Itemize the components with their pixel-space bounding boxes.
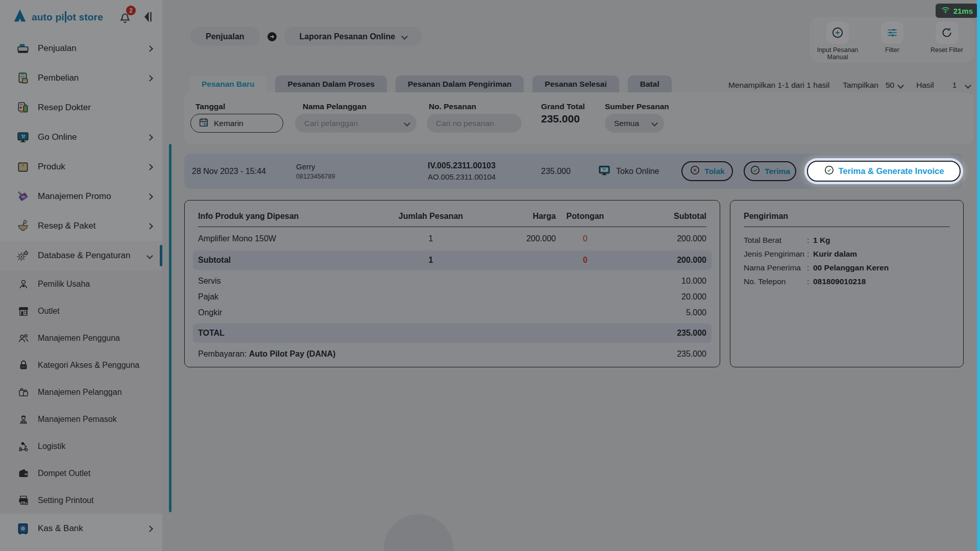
- terima-button[interactable]: Terima: [744, 161, 796, 181]
- sidebar-subitem-outlet[interactable]: Outlet: [0, 297, 162, 324]
- order-row[interactable]: 28 Nov 2023 - 15:44 Gerry 08123456789 IV…: [184, 154, 963, 189]
- shipping-row-telepon: No. Telepon : 081809010218: [744, 274, 950, 288]
- sidebar-item-label: Pembelian: [38, 73, 79, 83]
- tab-pesanan-baru[interactable]: Pesanan Baru: [189, 76, 266, 92]
- colon: :: [807, 236, 813, 245]
- order-datetime: 28 Nov 2023 - 15:44: [192, 154, 266, 189]
- shipping-row-penerima: Nama Penerima : 00 Pelanggan Keren: [744, 261, 950, 274]
- tab-pesanan-dalam-pengiriman[interactable]: Pesanan Dalam Pengiriman: [396, 76, 524, 92]
- sidebar-item-pembelian[interactable]: Pembelian: [0, 63, 162, 93]
- shipping-label: No. Telepon: [744, 277, 807, 286]
- input-pesanan-manual-button[interactable]: Input Pesanan Manual: [811, 21, 864, 63]
- table-row-ongkir: Ongkir 5.000: [198, 305, 706, 320]
- filter-panel: Tanggal Kemarin Nama Pelanggan Cari pela…: [184, 92, 974, 144]
- sidebar-subitem-manajemen-pengguna[interactable]: Manajemen Pengguna: [0, 324, 162, 352]
- sidebar-item-go-online[interactable]: Go Online: [0, 122, 162, 152]
- shipping-rows: Total Berat : 1 Kg Jenis Pengiriman : Ku…: [744, 233, 950, 288]
- terima-generate-invoice-label: Terima & Generate Invoice: [839, 166, 944, 176]
- table-row-pajak: Pajak 20.000: [198, 289, 706, 305]
- sidebar-subitem-manajemen-pelanggan[interactable]: Manajemen Pelanggan: [0, 379, 162, 406]
- breadcrumb-current-dropdown[interactable]: Laporan Pesanan Online: [284, 27, 423, 46]
- header-subtotal: Subtotal: [615, 212, 706, 221]
- per-page-select[interactable]: 50: [886, 81, 894, 90]
- customer-filter-label: Nama Pelanggan: [303, 102, 366, 111]
- date-filter-label: Tanggal: [195, 102, 225, 111]
- sidebar-subitem-pemilik-usaha[interactable]: Pemilik Usaha: [0, 270, 162, 297]
- reset-filter-button[interactable]: Reset Filter: [920, 21, 973, 63]
- terima-generate-invoice-button[interactable]: Terima & Generate Invoice: [807, 161, 961, 182]
- colon: :: [807, 249, 813, 259]
- page-scrollbar[interactable]: [977, 0, 980, 551]
- calendar-icon: [198, 117, 209, 130]
- latency-value: 21ms: [953, 7, 973, 15]
- fee-label: Ongkir: [198, 308, 393, 317]
- sidebar-subitem-dompet-outlet[interactable]: Dompet Outlet: [0, 460, 162, 487]
- sidebar-item-manajemen-promo[interactable]: % Manajemen Promo: [0, 182, 162, 211]
- per-page-label: Tampilkan: [843, 81, 878, 90]
- storefront-icon: [17, 305, 30, 317]
- sidebar-item-database-pengaturan[interactable]: Database & Pengaturan: [0, 241, 162, 270]
- breadcrumb-parent[interactable]: Penjualan: [190, 27, 260, 46]
- fee-label: Servis: [198, 277, 393, 286]
- sidebar-item-penjualan[interactable]: Penjualan: [0, 34, 162, 63]
- sidebar: auto piot store 2 Penjualan: [0, 0, 162, 551]
- prescription-icon: [16, 101, 30, 114]
- page-select[interactable]: 1: [952, 81, 957, 90]
- notifications-button[interactable]: 2: [117, 9, 133, 24]
- order-detail-card: Info Produk yang Dipesan Jumlah Pesanan …: [184, 200, 720, 367]
- payment-label: Pembayaran:: [198, 349, 247, 358]
- person-icon: [17, 278, 30, 290]
- filter-button[interactable]: Filter: [866, 21, 919, 63]
- logo-bar: [65, 11, 66, 22]
- chevron-right-icon: [146, 193, 153, 200]
- grand-total-label: Grand Total: [541, 102, 585, 111]
- sidebar-subitem-label: Outlet: [38, 307, 60, 316]
- breadcrumb-parent-label: Penjualan: [206, 32, 244, 41]
- product-subtotal: 200.000: [615, 234, 706, 243]
- chevron-down-icon[interactable]: [897, 82, 904, 89]
- total-label: TOTAL: [198, 329, 393, 338]
- toolbar: Input Pesanan Manual Filter Reset Filter: [810, 17, 975, 63]
- sidebar-item-produk[interactable]: Produk: [0, 152, 162, 182]
- sidebar-subitem-setting-printout[interactable]: Setting Printout: [0, 487, 162, 514]
- sidebar-item-resep-dokter[interactable]: Resep Dokter: [0, 93, 162, 122]
- sidebar-item-partial-bottom[interactable]: [0, 543, 162, 551]
- date-filter-input[interactable]: Kemarin: [190, 114, 283, 133]
- customer-filter-select[interactable]: Cari pelanggan: [295, 114, 416, 133]
- sidebar-collapse-button[interactable]: [140, 10, 154, 24]
- sidebar-header: auto piot store 2: [0, 0, 162, 27]
- customer-name: Gerry: [296, 162, 335, 171]
- sidebar-item-label: Produk: [38, 162, 65, 172]
- wifi-icon: [941, 5, 950, 17]
- sidebar-item-kas-bank[interactable]: Kas & Bank: [0, 514, 162, 543]
- sidebar-item-label: Resep & Paket: [38, 221, 95, 231]
- chevron-down-icon[interactable]: [965, 82, 971, 89]
- chevron-right-icon: [146, 134, 153, 141]
- sidebar-subitem-label: Setting Printout: [38, 496, 93, 505]
- tab-pesanan-selesai[interactable]: Pesanan Selesai: [532, 76, 619, 92]
- tab-batal[interactable]: Batal: [628, 76, 672, 92]
- tool-label: Reset Filter: [930, 46, 963, 54]
- breadcrumb: Penjualan Laporan Pesanan Online: [190, 27, 422, 46]
- table-row-product: Amplifier Mono 150W 1 200.000 0 200.000: [198, 227, 706, 251]
- tolak-button[interactable]: Tolak: [681, 161, 733, 181]
- sidebar-item-label: Resep Dokter: [38, 103, 91, 113]
- wallet-icon: [17, 467, 30, 480]
- shipping-label: Nama Penerima: [744, 263, 807, 272]
- app-logo[interactable]: auto piot store: [12, 8, 103, 26]
- sidebar-subitem-kategori-akses[interactable]: Kategori Akses & Pengguna: [0, 352, 162, 379]
- sidebar-item-resep-paket[interactable]: Resep & Paket: [0, 211, 162, 241]
- shipping-row-berat: Total Berat : 1 Kg: [744, 233, 950, 247]
- sidebar-subitem-manajemen-pemasok[interactable]: Manajemen Pemasok: [0, 406, 162, 433]
- refresh-icon: [936, 21, 958, 44]
- source-filter-select[interactable]: Semua: [605, 114, 664, 133]
- fee-label: Pajak: [198, 292, 393, 302]
- sidebar-subitem-label: Kategori Akses & Pengguna: [38, 361, 139, 370]
- sidebar-subitem-logistik[interactable]: Logistik: [0, 433, 162, 460]
- order-status-tabs: Pesanan Baru Pesanan Dalam Proses Pesana…: [189, 76, 672, 92]
- grand-total-value: 235.000: [541, 113, 580, 125]
- order-no-filter-input[interactable]: Cari no pesanan: [427, 114, 522, 133]
- total-value: 235.000: [615, 329, 706, 338]
- tab-pesanan-dalam-proses[interactable]: Pesanan Dalam Proses: [275, 76, 387, 92]
- sidebar-scrollbar-thumb[interactable]: [169, 144, 172, 512]
